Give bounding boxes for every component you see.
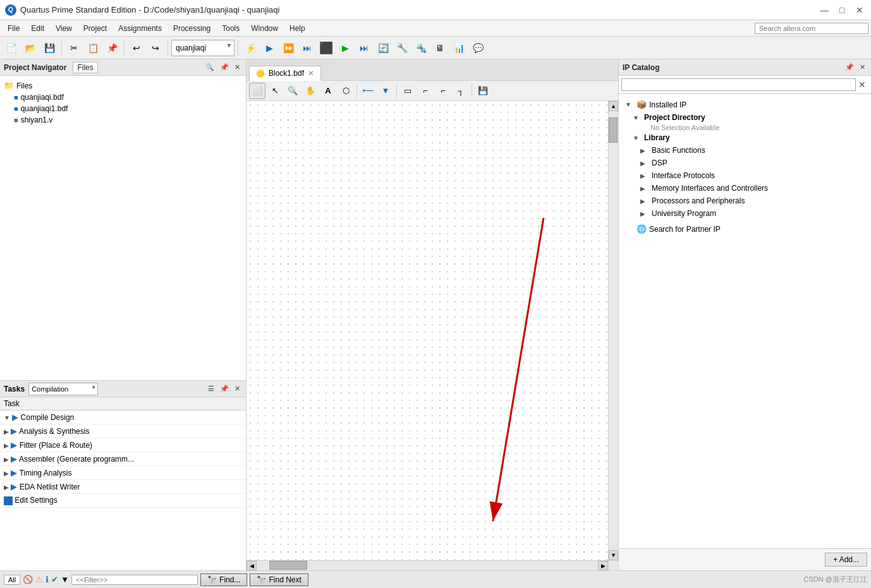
task-row-compile[interactable]: ▼ ▶ Compile Design <box>0 411 246 424</box>
warning-icon[interactable]: ⚠ <box>35 575 43 584</box>
ip-dsp[interactable]: ▶ DSP <box>623 157 867 169</box>
tool1-button[interactable]: 🔧 <box>393 39 411 57</box>
route-button[interactable]: ⏩ <box>279 39 297 57</box>
schematic-canvas[interactable]: in Input out Output io Bidir <box>247 101 618 570</box>
task-row-settings[interactable]: Edit Settings <box>0 494 246 508</box>
project-dropdown[interactable]: quanjiaqi <box>171 40 234 56</box>
pin-dropdown-button[interactable]: ▼ <box>377 83 394 99</box>
menu-help[interactable]: Help <box>284 23 310 34</box>
close-button[interactable]: ✕ <box>853 4 866 16</box>
menu-assignments[interactable]: Assignments <box>113 23 167 34</box>
maximize-button[interactable]: □ <box>836 4 848 16</box>
compile-button[interactable]: ⚡ <box>241 39 259 57</box>
tasks-dropdown[interactable]: Compilation <box>28 383 98 395</box>
tasks-pin-icon[interactable]: 📌 <box>218 384 231 393</box>
paste-button[interactable]: 📌 <box>103 39 121 57</box>
navigator-close-icon[interactable]: ✕ <box>233 63 242 72</box>
tasks-list-icon[interactable]: ☰ <box>206 384 216 393</box>
tool4-button[interactable]: 📊 <box>450 39 468 57</box>
editor-tab-block1[interactable]: 🟡 Block1.bdf ✕ <box>249 66 321 81</box>
ip-library[interactable]: ▼ Library <box>623 131 867 144</box>
assembler-chevron[interactable]: ▶ <box>4 456 9 463</box>
bus-tool-button[interactable]: ⌐ <box>435 83 451 99</box>
schematic-area[interactable]: in Input out Output io Bidir <box>247 101 618 570</box>
scroll-up-button[interactable]: ▲ <box>609 101 618 111</box>
zoom-in-button[interactable]: 🔍 <box>284 83 301 99</box>
timing-chevron[interactable]: ▶ <box>4 470 9 477</box>
pin-tool-button[interactable]: ⟵ <box>360 83 376 99</box>
tasks-close-icon[interactable]: ✕ <box>233 384 242 393</box>
files-tab[interactable]: Files <box>73 62 97 73</box>
ip-project-directory[interactable]: ▼ Project Directory <box>623 111 867 124</box>
menu-window[interactable]: Window <box>246 23 283 34</box>
tool3-button[interactable]: 🖥 <box>431 39 449 57</box>
program-button[interactable]: ⏭ <box>298 39 316 57</box>
scroll-left-button[interactable]: ◀ <box>247 561 257 570</box>
redo-button[interactable]: ↪ <box>147 39 164 57</box>
line-tool-button[interactable]: ⌐ <box>417 83 434 99</box>
symbol-tool-button[interactable]: ⬡ <box>338 83 354 99</box>
wire-tool-button[interactable]: ┐ <box>453 83 469 99</box>
ip-installed-ip[interactable]: ▼ 📦 Installed IP <box>623 98 867 111</box>
scroll-track-v[interactable] <box>609 111 618 550</box>
analysis-chevron[interactable]: ▶ <box>4 428 9 435</box>
scroll-thumb-h[interactable] <box>269 561 307 570</box>
all-button[interactable]: All <box>4 575 20 585</box>
compile2-button[interactable]: 🔄 <box>374 39 392 57</box>
altera-search-input[interactable] <box>755 23 868 34</box>
vertical-scrollbar[interactable]: ▲ ▼ <box>608 101 618 560</box>
ip-search-input[interactable] <box>621 78 856 91</box>
ip-basic-functions[interactable]: ▶ Basic Functions <box>623 144 867 157</box>
menu-processing[interactable]: Processing <box>168 23 216 34</box>
title-bar-controls[interactable]: — □ ✕ <box>818 4 866 16</box>
scroll-right-button[interactable]: ▶ <box>598 561 608 570</box>
search-icon[interactable]: 🔍 <box>204 63 216 72</box>
menu-tools[interactable]: Tools <box>217 23 245 34</box>
file-item-quanjiaqi1-bdf[interactable]: ■ quanjiaqi1.bdf <box>4 103 242 114</box>
open-button[interactable]: 📂 <box>21 39 39 57</box>
undo-button[interactable]: ↩ <box>128 39 145 57</box>
ip-pin-icon[interactable]: 📌 <box>843 63 856 72</box>
menu-edit[interactable]: Edit <box>26 23 49 34</box>
ip-search-clear-button[interactable]: ✕ <box>856 80 868 90</box>
ip-search-partner[interactable]: 🌐 Search for Partner IP <box>623 222 867 236</box>
ip-interface-protocols[interactable]: ▶ Interface Protocols <box>623 169 867 182</box>
stop-button[interactable]: ⬛ <box>317 39 335 57</box>
cut-button[interactable]: ✂ <box>65 39 83 57</box>
info-icon[interactable]: ℹ <box>46 575 49 584</box>
files-root-folder[interactable]: 📁 Files <box>4 80 242 92</box>
new-file-button[interactable]: 📄 <box>3 39 20 57</box>
tool5-button[interactable]: 💬 <box>469 39 487 57</box>
rect-tool-button[interactable]: ▭ <box>399 83 416 99</box>
file-item-shiyan1-v[interactable]: ■ shiyan1.v <box>4 114 242 126</box>
pointer-tool-button[interactable]: ↖ <box>267 83 283 99</box>
find-next-button[interactable]: 🔭 Find Next <box>250 573 308 586</box>
ip-processors[interactable]: ▶ Processors and Peripherals <box>623 195 867 207</box>
tab-close-button[interactable]: ✕ <box>308 69 314 78</box>
task-row-assembler[interactable]: ▶ ▶ Assembler (Generate programm... <box>0 452 246 466</box>
minimize-button[interactable]: — <box>818 4 831 16</box>
menu-file[interactable]: File <box>3 23 25 34</box>
ip-university-program[interactable]: ▶ University Program <box>623 207 867 220</box>
success-icon[interactable]: ✔ <box>51 575 58 584</box>
pin-icon[interactable]: 📌 <box>218 63 231 72</box>
save-editor-button[interactable]: 💾 <box>475 83 491 99</box>
ip-add-button[interactable]: + Add... <box>825 553 867 567</box>
task-row-analysis[interactable]: ▶ ▶ Analysis & Synthesis <box>0 424 246 438</box>
copy-button[interactable]: 📋 <box>84 39 102 57</box>
tool2-button[interactable]: 🔩 <box>412 39 430 57</box>
save-button[interactable]: 💾 <box>40 39 58 57</box>
menu-view[interactable]: View <box>51 23 77 34</box>
task-row-timing[interactable]: ▶ ▶ Timing Analysis <box>0 466 246 480</box>
find-button[interactable]: 🔭 Find... <box>200 573 247 586</box>
scroll-track-h[interactable] <box>257 561 598 570</box>
filter-input[interactable] <box>71 575 198 585</box>
fast-forward-button[interactable]: ⏭ <box>355 39 373 57</box>
error-icon[interactable]: 🚫 <box>23 575 33 584</box>
scroll-down-button[interactable]: ▼ <box>609 550 618 560</box>
start-button[interactable]: ▶ <box>336 39 354 57</box>
ip-close-icon[interactable]: ✕ <box>858 63 867 72</box>
menu-project[interactable]: Project <box>78 23 112 34</box>
scroll-thumb-v[interactable] <box>609 117 618 143</box>
file-item-quanjiaqi-bdf[interactable]: ■ quanjiaqi.bdf <box>4 92 242 103</box>
